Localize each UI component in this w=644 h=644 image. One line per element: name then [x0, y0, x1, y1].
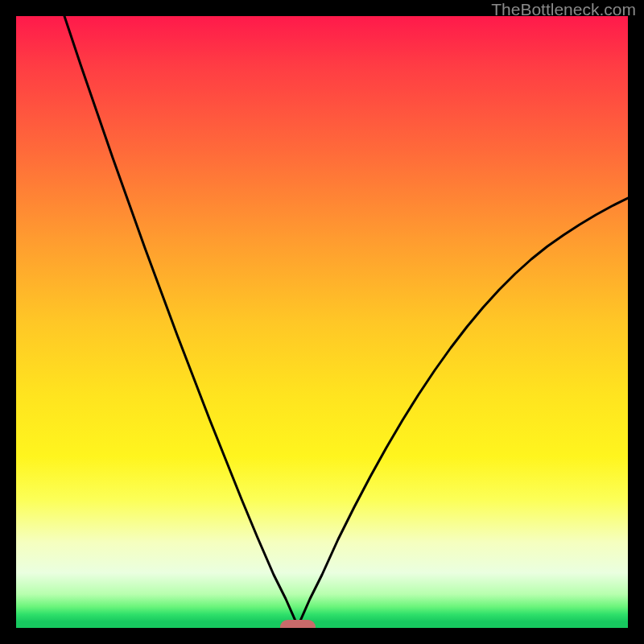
plot-frame	[16, 16, 628, 628]
watermark-text: TheBottleneck.com	[491, 0, 636, 19]
left-branch-curve	[64, 16, 298, 626]
right-branch-curve	[298, 198, 628, 626]
optimum-marker	[280, 620, 316, 628]
bottleneck-curve	[16, 16, 628, 628]
